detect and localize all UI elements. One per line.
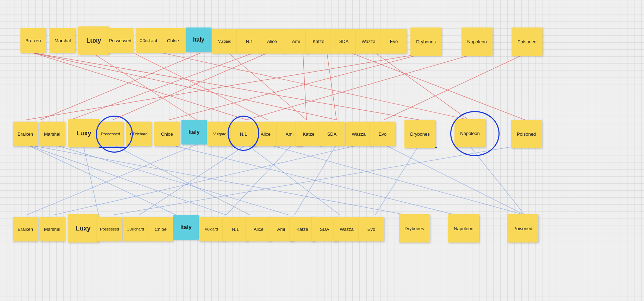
sticky-r1-alice[interactable]: Alice [259, 29, 285, 54]
sticky-r1-cdrichard[interactable]: CDrichard [136, 28, 161, 53]
sticky-r1-wazza[interactable]: Wazza [356, 29, 381, 54]
sticky-r2-cdrichard[interactable]: CDrichard [126, 122, 151, 146]
sticky-r1-marshal[interactable]: Marshal [50, 28, 75, 53]
svg-line-32 [384, 145, 525, 215]
svg-line-15 [133, 53, 268, 120]
sticky-r2-luxy[interactable]: Luxy [68, 119, 99, 147]
sticky-r2-possessed[interactable]: Possessed [98, 122, 123, 146]
sticky-r3-napoleon[interactable]: Napoleon [448, 214, 479, 242]
svg-line-4 [70, 53, 254, 120]
svg-line-2 [33, 53, 419, 120]
svg-line-14 [92, 53, 197, 120]
svg-line-12 [247, 53, 478, 120]
svg-line-23 [113, 145, 250, 215]
sticky-r2-katze[interactable]: Katze [296, 122, 321, 146]
sticky-r1-italy[interactable]: Italy [186, 27, 211, 52]
sticky-r2-wazza[interactable]: Wazza [346, 122, 371, 146]
sticky-r2-italy[interactable]: Italy [181, 120, 207, 145]
sticky-r3-italy[interactable]: Italy [173, 215, 199, 240]
svg-line-30 [295, 145, 336, 215]
sticky-r3-wazza[interactable]: Wazza [334, 217, 359, 241]
sticky-r3-katze[interactable]: Katze [290, 217, 315, 241]
svg-line-16 [162, 53, 469, 120]
sticky-r3-chloe[interactable]: Chloe [148, 217, 173, 241]
svg-line-8 [351, 53, 525, 120]
sticky-r1-vulgard[interactable]: Vulgard [212, 29, 237, 54]
sticky-r1-evo[interactable]: Evo [381, 29, 407, 54]
sticky-r3-poisoned[interactable]: Poisoned [507, 214, 538, 242]
sticky-r3-possessed[interactable]: Possessed [97, 217, 122, 241]
sticky-r2-marshal[interactable]: Marshal [39, 122, 65, 146]
sticky-r3-sda[interactable]: SDA [312, 217, 337, 241]
svg-line-19 [26, 145, 226, 215]
svg-line-21 [54, 145, 289, 215]
svg-line-27 [247, 145, 340, 215]
sticky-r1-luxy[interactable]: Luxy [78, 26, 109, 55]
svg-line-18 [26, 145, 176, 215]
svg-line-34 [469, 145, 525, 215]
sticky-r1-chloe[interactable]: Chloe [160, 28, 186, 53]
svg-line-3 [41, 53, 201, 120]
svg-line-31 [54, 145, 361, 215]
sticky-r3-braixen[interactable]: Braixen [13, 217, 38, 241]
sticky-r3-marshal[interactable]: Marshal [39, 217, 65, 241]
sticky-r1-possessed[interactable]: Possessed [107, 28, 133, 53]
sticky-r2-n1[interactable]: N.1 [231, 122, 256, 146]
svg-line-22 [83, 145, 99, 215]
svg-line-10 [26, 53, 426, 120]
svg-line-25 [26, 145, 197, 215]
svg-line-0 [33, 53, 247, 120]
svg-line-5 [113, 53, 268, 120]
svg-line-9 [375, 53, 469, 120]
sticky-r3-alice[interactable]: Alice [246, 217, 271, 241]
svg-line-24 [169, 145, 456, 215]
svg-line-11 [169, 53, 426, 120]
sticky-r2-evo[interactable]: Evo [370, 122, 395, 146]
sticky-r3-n1[interactable]: N.1 [223, 217, 248, 241]
sticky-r1-sda[interactable]: SDA [331, 29, 357, 54]
sticky-r1-napoleon[interactable]: Napoleon [462, 27, 493, 56]
sticky-r1-drybones[interactable]: Drybones [410, 27, 441, 56]
sticky-r2-sda[interactable]: SDA [319, 122, 345, 146]
sticky-r2-braixen[interactable]: Braixen [13, 122, 38, 146]
sticky-r3-evo[interactable]: Evo [359, 217, 384, 241]
svg-line-28 [268, 145, 525, 215]
svg-line-7 [327, 53, 336, 120]
sticky-r2-drybones[interactable]: Drybones [404, 120, 435, 148]
sticky-r1-n1[interactable]: N.1 [237, 29, 262, 54]
sticky-r2-alice[interactable]: Alice [253, 122, 278, 146]
sticky-r3-luxy[interactable]: Luxy [68, 214, 99, 242]
svg-line-6 [303, 53, 306, 120]
svg-line-17 [228, 53, 306, 120]
sticky-r2-vulgard[interactable]: Vulgard [207, 122, 233, 146]
svg-line-33 [375, 145, 419, 215]
sticky-r3-vulgard[interactable]: Vulgard [199, 217, 224, 241]
sticky-r3-cdrichard[interactable]: CDrichard [123, 217, 148, 241]
sticky-r3-drybones[interactable]: Drybones [399, 214, 430, 242]
svg-line-35 [113, 145, 525, 215]
sticky-r1-poisoned[interactable]: Poisoned [512, 27, 543, 56]
sticky-r2-napoleon[interactable]: Napoleon [454, 119, 485, 147]
main-canvas: Braixen Marshal Luxy Possessed CDrichard… [0, 0, 644, 301]
svg-line-13 [384, 53, 527, 120]
sticky-r2-chloe[interactable]: Chloe [154, 122, 180, 146]
svg-line-26 [139, 145, 247, 215]
sticky-r1-braixen[interactable]: Braixen [20, 28, 46, 53]
sticky-r1-ami[interactable]: Ami [283, 29, 309, 54]
svg-line-29 [226, 145, 292, 215]
sticky-r2-poisoned[interactable]: Poisoned [511, 120, 542, 148]
sticky-r1-katze[interactable]: Katze [306, 29, 331, 54]
svg-line-20 [26, 145, 407, 215]
svg-line-1 [33, 53, 336, 120]
